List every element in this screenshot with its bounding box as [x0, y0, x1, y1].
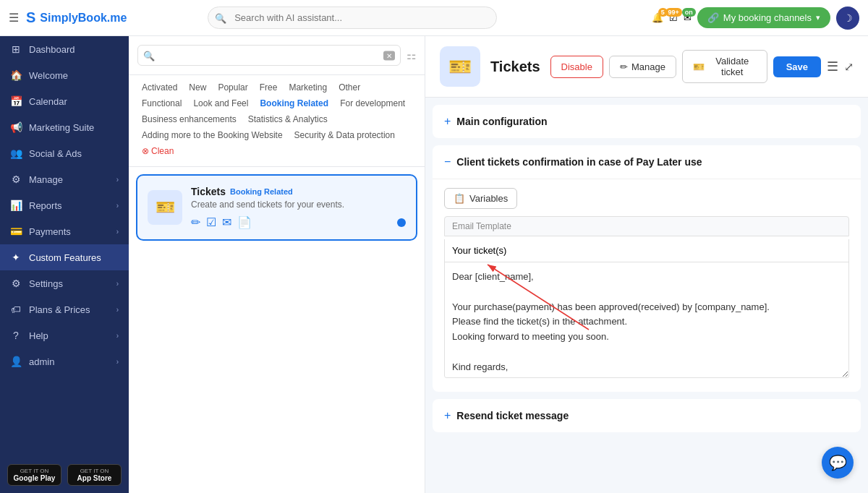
more-options-button[interactable]: ☰	[827, 59, 838, 74]
tasks-button[interactable]: ☑ 99+	[669, 12, 678, 23]
sidebar: ⊞ Dashboard 🏠 Welcome 📅 Calendar 📢 Marke…	[0, 36, 129, 493]
search-input[interactable]	[208, 7, 497, 29]
detail-header-icon: 🎫	[440, 46, 480, 87]
filter-booking-related[interactable]: Booking Related	[255, 97, 333, 110]
calendar-icon: 📅	[10, 95, 22, 107]
detail-header: 🎫 Tickets Disable ✏ Manage 🎫 Validate ti…	[425, 36, 868, 98]
filter-marketing[interactable]: Marketing	[284, 81, 331, 94]
sidebar-item-admin[interactable]: 👤 admin ›	[0, 348, 129, 374]
chevron-down-icon: ▾	[816, 13, 820, 22]
filter-adding[interactable]: Adding more to the Booking Website	[137, 129, 287, 142]
help-icon: ?	[10, 330, 22, 341]
tickets-section-header[interactable]: − Client tickets confirmation in case of…	[433, 145, 861, 179]
plugin-search-bar: 🔍 tickets ✕ ⚏	[129, 36, 425, 75]
sidebar-item-plans[interactable]: 🏷 Plans & Prices ›	[0, 296, 129, 322]
filter-look-feel[interactable]: Look and Feel	[189, 97, 252, 110]
chevron-right-icon: ›	[116, 332, 119, 340]
pencil-icon: ✏	[620, 61, 628, 72]
email-icon[interactable]: ✉	[222, 215, 231, 229]
topbar: ☰ S SimplyBook.me 🔍 🔔 5 ☑ 99+ ✉ on 🔗 My …	[0, 0, 868, 36]
filter-clean[interactable]: ⊗ Clean	[137, 145, 178, 158]
status-button[interactable]: ✉ on	[684, 12, 692, 23]
filter-new[interactable]: New	[184, 81, 210, 94]
chevron-right-icon: ›	[116, 306, 119, 314]
plugin-info: Tickets Booking Related Create and send …	[191, 186, 406, 229]
main-config-header[interactable]: + Main configuration	[433, 105, 861, 138]
marketing-icon: 📢	[10, 121, 22, 133]
email-body-textarea[interactable]	[444, 262, 849, 378]
validate-button[interactable]: 🎫 Validate ticket	[682, 50, 767, 83]
sidebar-item-help[interactable]: ? Help ›	[0, 322, 129, 348]
payments-icon: 💳	[10, 226, 22, 237]
sidebar-item-reports[interactable]: 📊 Reports ›	[0, 192, 129, 218]
check-icon[interactable]: ☑	[206, 215, 216, 229]
expand-icon: +	[444, 409, 451, 422]
filter-business[interactable]: Business enhancements	[137, 113, 241, 126]
content-area: 🔍 tickets ✕ ⚏ Activated New Popular Free…	[129, 36, 868, 493]
sidebar-item-calendar[interactable]: 📅 Calendar	[0, 88, 129, 114]
sidebar-footer: GET IT ON Google Play GET IT ON App Stor…	[0, 457, 129, 493]
clear-search-button[interactable]: ✕	[383, 51, 395, 60]
filter-for-dev[interactable]: For development	[336, 97, 409, 110]
app-store-button[interactable]: GET IT ON App Store	[67, 464, 122, 486]
chevron-right-icon: ›	[116, 280, 119, 288]
hamburger-icon[interactable]: ☰	[9, 11, 19, 25]
dashboard-icon: ⊞	[10, 43, 22, 55]
expand-icon: +	[444, 115, 451, 128]
detail-panel: 🎫 Tickets Disable ✏ Manage 🎫 Validate ti…	[425, 36, 868, 493]
sidebar-item-custom[interactable]: ✦ Custom Features	[0, 244, 129, 270]
main-config-section: + Main configuration	[433, 105, 861, 138]
filter-functional[interactable]: Functional	[137, 97, 186, 110]
plans-icon: 🏷	[10, 304, 22, 315]
expand-button[interactable]: ⤢	[844, 60, 854, 74]
tickets-section: − Client tickets confirmation in case of…	[433, 145, 861, 392]
sidebar-item-welcome[interactable]: 🏠 Welcome	[0, 62, 129, 88]
plugin-panel: 🔍 tickets ✕ ⚏ Activated New Popular Free…	[129, 36, 425, 493]
reports-icon: 📊	[10, 200, 22, 211]
variables-button[interactable]: 📋 Variables	[444, 188, 517, 209]
status-dot	[397, 218, 406, 227]
email-subject-input[interactable]	[444, 239, 849, 262]
filter-popular[interactable]: Popular	[213, 81, 252, 94]
filter-other[interactable]: Other	[334, 81, 365, 94]
social-icon: 👥	[10, 147, 22, 159]
chevron-right-icon: ›	[116, 228, 119, 236]
search-icon: 🔍	[215, 12, 226, 23]
welcome-icon: 🏠	[10, 69, 22, 81]
booking-channels-button[interactable]: 🔗 My booking channels ▾	[697, 7, 830, 28]
sidebar-item-social[interactable]: 👥 Social & Ads	[0, 140, 129, 166]
disable-button[interactable]: Disable	[550, 56, 603, 78]
logo: S SimplyBook.me	[26, 9, 127, 26]
sidebar-item-dashboard[interactable]: ⊞ Dashboard	[0, 36, 129, 62]
save-button[interactable]: Save	[773, 56, 821, 77]
manage-button[interactable]: ✏ Manage	[609, 56, 676, 78]
main-layout: ⊞ Dashboard 🏠 Welcome 📅 Calendar 📢 Marke…	[0, 36, 868, 493]
edit-icon[interactable]: ✏	[191, 215, 200, 229]
plugin-card-tickets[interactable]: 🎫 Tickets Booking Related Create and sen…	[136, 174, 417, 241]
sidebar-item-marketing[interactable]: 📢 Marketing Suite	[0, 114, 129, 140]
avatar[interactable]: ☽	[836, 7, 859, 30]
sidebar-item-settings[interactable]: ⚙ Settings ›	[0, 270, 129, 296]
plugin-search-input[interactable]: tickets	[137, 45, 401, 66]
filter-activated[interactable]: Activated	[137, 81, 182, 94]
manage-icon: ⚙	[10, 173, 22, 185]
resend-header[interactable]: + Resend ticket message	[433, 399, 861, 432]
notifications-button[interactable]: 🔔 5	[652, 12, 663, 23]
filter-icon[interactable]: ⚏	[407, 49, 416, 62]
plugin-filters: Activated New Popular Free Marketing Oth…	[129, 75, 425, 167]
google-play-button[interactable]: GET IT ON Google Play	[7, 464, 61, 486]
filter-security[interactable]: Security & Data protection	[290, 129, 399, 142]
variable-icon: 📋	[454, 193, 465, 204]
resend-section: + Resend ticket message	[433, 399, 861, 432]
document-icon[interactable]: 📄	[237, 215, 252, 229]
sidebar-item-payments[interactable]: 💳 Payments ›	[0, 218, 129, 244]
chevron-right-icon: ›	[116, 202, 119, 210]
plugin-icon: 🎫	[148, 190, 182, 225]
topbar-search: 🔍	[208, 7, 497, 29]
filter-stats[interactable]: Statistics & Analytics	[244, 113, 332, 126]
filter-free[interactable]: Free	[255, 81, 282, 94]
chat-button[interactable]: 💬	[822, 447, 854, 479]
admin-icon: 👤	[10, 356, 22, 367]
detail-header-actions: Disable ✏ Manage 🎫 Validate ticket Save …	[550, 50, 854, 83]
sidebar-item-manage[interactable]: ⚙ Manage ›	[0, 166, 129, 192]
